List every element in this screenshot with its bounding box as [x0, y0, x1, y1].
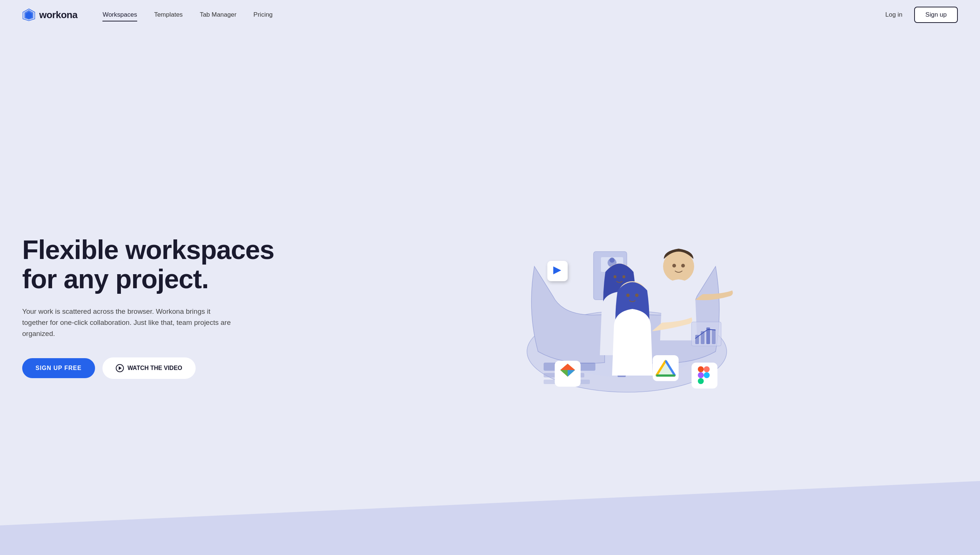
hero-illustration: ▶ [281, 183, 958, 423]
nav-item-pricing[interactable]: Pricing [247, 8, 279, 21]
play-icon [116, 364, 124, 372]
main-nav: Workspaces Templates Tab Manager Pricing [96, 8, 879, 21]
hero-content: Flexible workspaces for any project. You… [22, 228, 281, 379]
logo-icon [22, 8, 35, 21]
nav-item-templates[interactable]: Templates [147, 8, 189, 21]
hero-buttons: SIGN UP FREE WATCH THE VIDEO [22, 358, 281, 379]
hero-title: Flexible workspaces for any project. [22, 235, 281, 294]
logo[interactable]: workona [22, 8, 77, 21]
header-actions: Log in Sign up [879, 6, 958, 23]
hero-subtitle: Your work is scattered across the browse… [22, 306, 237, 340]
watch-video-button[interactable]: WATCH THE VIDEO [102, 358, 196, 379]
bg-diagonal [0, 481, 980, 555]
nav-item-tab-manager[interactable]: Tab Manager [193, 8, 243, 21]
login-button[interactable]: Log in [879, 8, 908, 21]
signup-free-button[interactable]: SIGN UP FREE [22, 358, 95, 378]
illustration-svg: ▶ [490, 192, 749, 414]
play-triangle [119, 366, 122, 370]
svg-point-47 [672, 264, 676, 268]
svg-point-56 [635, 294, 639, 297]
svg-rect-26 [698, 372, 704, 378]
hero-section: Flexible workspaces for any project. You… [0, 30, 980, 555]
svg-point-48 [681, 264, 685, 268]
svg-rect-28 [698, 378, 704, 384]
svg-point-52 [622, 275, 625, 278]
nav-item-workspaces[interactable]: Workspaces [96, 8, 144, 21]
header: workona Workspaces Templates Tab Manager… [0, 0, 980, 30]
svg-point-55 [627, 294, 630, 297]
svg-text:▶: ▶ [553, 264, 561, 275]
svg-point-11 [609, 258, 615, 263]
svg-rect-24 [698, 366, 704, 372]
svg-rect-27 [704, 372, 710, 378]
svg-rect-61 [712, 329, 716, 344]
svg-point-51 [614, 275, 617, 278]
signup-button[interactable]: Sign up [914, 6, 958, 23]
brand-name: workona [39, 9, 77, 21]
svg-rect-25 [704, 366, 710, 372]
